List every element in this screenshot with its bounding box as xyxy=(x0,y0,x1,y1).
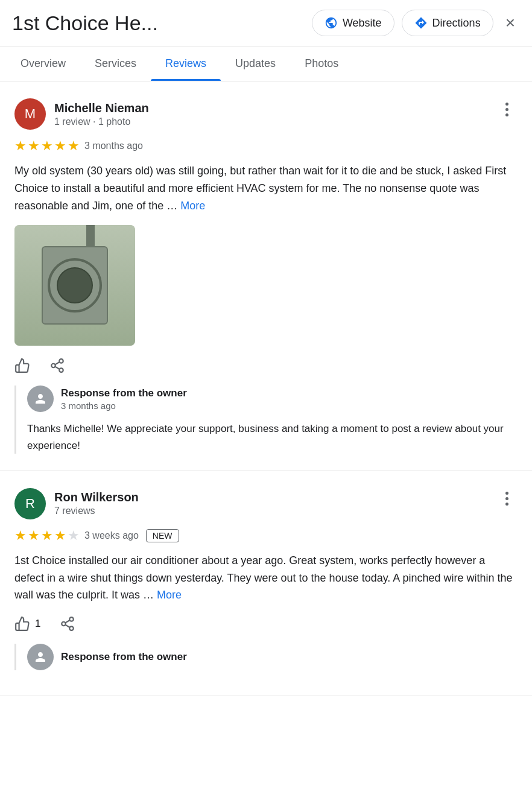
reviewer-name: Michelle Nieman xyxy=(54,101,149,115)
hvac-image xyxy=(14,225,135,346)
owner-header: Response from the owner 3 months ago xyxy=(27,386,518,412)
share-icon xyxy=(60,616,75,632)
reviewer-meta: 7 reviews xyxy=(54,506,139,516)
svg-point-1 xyxy=(51,364,55,368)
review-time: 3 weeks ago xyxy=(84,530,139,541)
rating-row: ★ ★ ★ ★ ★ 3 weeks ago NEW xyxy=(14,528,518,544)
avatar: M xyxy=(14,98,46,130)
svg-point-5 xyxy=(70,617,74,621)
directions-button[interactable]: Directions xyxy=(402,10,493,36)
reviewer-name: Ron Wilkerson xyxy=(54,490,139,504)
svg-line-3 xyxy=(55,367,59,369)
reviewer-header: R Ron Wilkerson 7 reviews xyxy=(14,488,518,519)
directions-icon xyxy=(414,16,428,30)
review-text: My old system (30 years old) was still g… xyxy=(14,162,518,214)
svg-line-9 xyxy=(66,620,70,623)
like-button[interactable] xyxy=(14,358,30,373)
owner-avatar xyxy=(27,644,54,670)
avatar: R xyxy=(14,488,46,519)
reviewer-meta: 1 review · 1 photo xyxy=(54,116,149,127)
person-icon xyxy=(33,650,48,664)
globe-icon xyxy=(325,16,338,30)
tab-services[interactable]: Services xyxy=(80,46,151,81)
owner-response: Response from the owner 3 months ago Tha… xyxy=(14,386,518,453)
owner-avatar xyxy=(27,386,54,412)
nav-tabs: Overview Services Reviews Updates Photos xyxy=(0,46,532,81)
read-more-link[interactable]: More xyxy=(157,589,182,601)
owner-name: Response from the owner xyxy=(61,387,187,399)
directions-label: Directions xyxy=(432,17,481,30)
owner-header: Response from the owner xyxy=(27,644,518,670)
review-photo[interactable] xyxy=(14,225,135,346)
share-button[interactable] xyxy=(60,616,75,632)
reviewer-info: M Michelle Nieman 1 review · 1 photo xyxy=(14,98,149,130)
tab-updates[interactable]: Updates xyxy=(221,46,290,81)
rating-row: ★ ★ ★ ★ ★ 3 months ago xyxy=(14,138,518,154)
like-button[interactable]: 1 xyxy=(14,616,40,632)
svg-line-8 xyxy=(66,625,70,627)
stars: ★ ★ ★ ★ ★ xyxy=(14,528,80,544)
new-badge: NEW xyxy=(146,529,179,542)
close-button[interactable]: × xyxy=(501,12,520,34)
svg-point-7 xyxy=(70,626,74,630)
tab-reviews[interactable]: Reviews xyxy=(151,46,221,81)
header: 1st Choice He... Website Directions × xyxy=(0,0,532,46)
review-card: M Michelle Nieman 1 review · 1 photo ★ ★… xyxy=(0,81,532,471)
reviewer-header: M Michelle Nieman 1 review · 1 photo xyxy=(14,98,518,130)
review-time: 3 months ago xyxy=(84,141,143,151)
review-more-menu[interactable] xyxy=(496,488,518,510)
owner-text: Thanks Michelle! We appreciate your supp… xyxy=(27,420,518,453)
review-more-menu[interactable] xyxy=(496,98,518,120)
thumbs-up-icon xyxy=(14,358,30,373)
share-icon xyxy=(49,358,65,373)
tab-overview[interactable]: Overview xyxy=(6,46,80,81)
owner-response-partial: Response from the owner xyxy=(14,644,518,670)
svg-point-0 xyxy=(59,360,63,364)
thumbs-up-icon xyxy=(14,616,30,632)
action-row xyxy=(14,358,518,373)
share-button[interactable] xyxy=(49,358,65,373)
owner-time: 3 months ago xyxy=(61,401,187,411)
read-more-link[interactable]: More xyxy=(180,200,205,212)
like-count: 1 xyxy=(35,618,40,630)
svg-point-2 xyxy=(59,369,63,373)
page-title: 1st Choice He... xyxy=(12,11,305,35)
svg-line-4 xyxy=(55,362,59,364)
svg-point-6 xyxy=(62,622,66,626)
reviewer-info: R Ron Wilkerson 7 reviews xyxy=(14,488,139,519)
website-button[interactable]: Website xyxy=(312,10,394,36)
review-text: 1st Choice installed our air conditioner… xyxy=(14,552,518,604)
tab-photos[interactable]: Photos xyxy=(290,46,353,81)
person-icon xyxy=(33,392,48,406)
review-card: R Ron Wilkerson 7 reviews ★ ★ ★ ★ ★ 3 we… xyxy=(0,471,532,696)
website-label: Website xyxy=(343,17,382,30)
stars: ★ ★ ★ ★ ★ xyxy=(14,138,80,154)
action-row: 1 xyxy=(14,616,518,632)
owner-name: Response from the owner xyxy=(61,651,187,663)
